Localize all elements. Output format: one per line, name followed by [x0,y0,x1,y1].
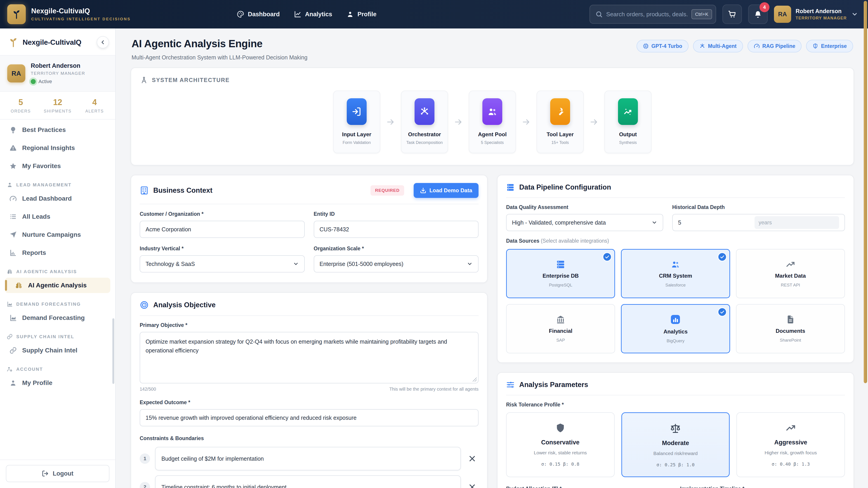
depth-unit-suffix: years [754,216,839,229]
users-icon [487,106,498,117]
sidebar-scrollbar[interactable] [112,318,114,384]
card-title: Analysis Objective [153,301,216,309]
constraint-input-1[interactable] [155,447,461,470]
notifications-button[interactable]: 4 [748,4,768,24]
source-market-data[interactable]: Market Data REST API [736,249,845,298]
resize-handle[interactable] [473,378,477,382]
nav-link-dashboard[interactable]: Dashboard [237,11,280,18]
brand-tagline: CULTIVATING INTELLIGENT DECISIONS [31,17,131,22]
arrow-right-icon [590,118,598,127]
source-subtitle: SAP [556,338,565,343]
logout-button[interactable]: Logout [6,465,110,482]
sidebar-item-my-favorites[interactable]: My Favorites [5,158,110,174]
users-icon [671,260,680,269]
risk-conservative[interactable]: Conservative Lower risk, stable returns … [506,412,615,477]
source-enterprise-db[interactable]: Enterprise DB PostgreSQL [506,249,615,298]
sidebar-menu: Best Practices Regional Insights My Favo… [0,120,115,459]
sidebar-item-label: My Favorites [22,162,61,170]
source-name: Market Data [775,273,806,279]
arrow-right-icon [386,118,395,127]
business-context-card: Business Context REQUIRED Load Demo Data… [131,175,488,283]
data-quality-select[interactable]: High - Validated, comprehensive data [506,214,663,231]
source-name: Enterprise DB [542,273,579,279]
cart-button[interactable] [722,4,742,24]
entity-id-label: Entity ID [314,211,479,217]
source-subtitle: SharePoint [780,338,801,343]
page-scrollbar[interactable] [864,1,867,383]
chevron-left-icon [100,39,106,45]
page-subtitle: Multi-Agent Orchestration System with LL… [131,54,307,61]
source-crm-system[interactable]: CRM System Salesforce [621,249,730,298]
expected-outcome-input[interactable] [140,409,478,426]
source-analytics[interactable]: Analytics BigQuery [621,304,730,353]
sidebar-item-supply-chain-intel[interactable]: Supply Chain Intel [5,343,110,358]
check-icon [718,307,727,317]
source-name: CRM System [659,273,692,279]
source-name: Documents [776,328,805,334]
sidebar-item-all-leads[interactable]: All Leads [5,209,110,224]
source-financial[interactable]: Financial SAP [506,304,615,353]
global-search: Ctrl+K [590,5,716,24]
load-demo-data-button[interactable]: Load Demo Data [414,183,478,198]
user-menu[interactable]: RA Robert Anderson TERRITORY MANAGER [774,6,858,23]
list-icon [9,213,17,220]
nav-link-analytics[interactable]: Analytics [294,11,332,18]
primary-objective-textarea[interactable]: Optimize market expansion strategy for Q… [140,332,478,383]
industry-select[interactable]: Technology & SaaS [140,255,305,272]
constraint-row: 1 [140,447,478,470]
nav-link-label: Analytics [305,11,332,18]
section-account: ACCOUNT [7,366,108,372]
card-title: Analysis Parameters [519,381,588,389]
sidebar-item-lead-dashboard[interactable]: Lead Dashboard [5,191,110,206]
close-icon [468,455,476,462]
sidebar-item-label: AI Agentic Analysis [28,282,87,289]
org-scale-select[interactable]: Enterprise (501-5000 employees) [314,255,479,272]
entity-id-input[interactable] [314,221,479,238]
sidebar-item-ai-agentic-analysis[interactable]: AI Agentic Analysis [5,278,110,293]
shield-icon [555,423,565,433]
historical-depth-input[interactable] [678,219,754,226]
link-icon [9,347,17,354]
scales-icon [670,423,681,434]
remove-constraint-button[interactable] [466,481,478,488]
sidebar-brand: Nexgile-CultivaIQ [23,38,81,46]
source-documents[interactable]: Documents SharePoint [736,304,845,353]
architecture-title: SYSTEM ARCHITECTURE [152,77,230,84]
sidebar-item-best-practices[interactable]: Best Practices [5,122,110,138]
stat-value: 12 [39,98,76,107]
data-sources-grid: Enterprise DB PostgreSQL CRM System Sale… [506,249,845,353]
node-sublabel: Synthesis [619,140,637,145]
risk-aggressive[interactable]: Aggressive Higher risk, growth focus σ: … [737,412,845,477]
remove-constraint-button[interactable] [466,452,478,465]
badge-label: GPT-4 Turbo [651,43,682,49]
download-icon [420,187,426,194]
risk-moderate[interactable]: Moderate Balanced risk/reward σ: 0.25 β:… [621,412,730,477]
brain-icon [7,269,13,274]
arch-node-input-layer: Input Layer Form Validation [333,91,380,153]
section-lead-management: LEAD MANAGEMENT [7,182,108,188]
sidebar-item-my-profile[interactable]: My Profile [5,375,110,391]
customer-input[interactable] [140,221,305,238]
search-input[interactable] [606,11,688,18]
sidebar-item-reports[interactable]: Reports [5,245,110,260]
source-name: Analytics [663,328,688,335]
arch-node-orchestrator: Orchestrator Task Decomposition [401,91,448,153]
constraint-input-2[interactable] [155,475,461,488]
user-role: TERRITORY MANAGER [796,16,847,21]
sidebar-item-nurture-campaigns[interactable]: Nurture Campaigns [5,227,110,242]
constraint-row: 2 [140,475,478,488]
file-icon [786,315,795,324]
node-sublabel: Form Validation [343,140,371,145]
sidebar-item-regional-insights[interactable]: Regional Insights [5,140,110,156]
server-icon [506,183,515,192]
constraint-number: 1 [140,453,150,464]
logout-icon [42,470,49,477]
data-sources-hint: (Select available integrations) [541,238,609,244]
badge-gpt4-turbo: GPT-4 Turbo [637,40,688,53]
nav-link-profile[interactable]: Profile [346,11,376,18]
card-title: Data Pipeline Configuration [519,183,611,191]
sidebar-collapse-button[interactable] [97,36,109,48]
sidebar-item-demand-forecasting[interactable]: Demand Forecasting [5,310,110,326]
user-role: TERRITORY MANAGER [31,71,85,76]
primary-objective-label: Primary Objective * [140,322,478,328]
